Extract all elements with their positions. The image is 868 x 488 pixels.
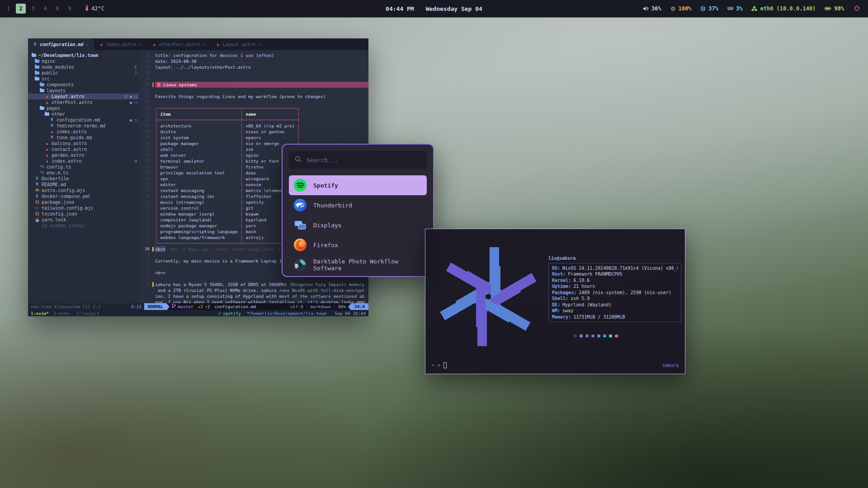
- status-module[interactable]: ⚙ 100%: [670, 5, 692, 12]
- module-value: eth0 (10.0.0.140): [760, 5, 816, 12]
- tree-item[interactable]: ▲ index.astro: [28, 129, 139, 135]
- status-module[interactable]: 98%: [825, 5, 844, 12]
- line-number: 11: [139, 182, 152, 188]
- tree-item-name: fediverse-terms.md: [57, 123, 105, 128]
- line-number: 4: [139, 223, 152, 229]
- workspace-button[interactable]: 3: [28, 4, 38, 14]
- tree-item[interactable]: M configuration.md ● □: [28, 117, 139, 123]
- cpu-icon: [700, 6, 706, 11]
- file-tree[interactable]: ~/Development/liv.town nginx node_module…: [28, 50, 139, 303]
- tree-item[interactable]: layouts: [28, 88, 139, 94]
- tree-item[interactable]: (6 hidden items): [28, 223, 139, 229]
- line-number: 28: [139, 82, 152, 88]
- launcher-item[interactable]: Firefox: [289, 235, 427, 255]
- tree-item[interactable]: TS env.d.ts: [28, 170, 139, 176]
- editor-tabbar: M configuration.md × ▲ index.astro × ▲ o…: [28, 38, 368, 50]
- clock[interactable]: 04:44 PM Wednesday Sep 04: [386, 5, 482, 12]
- tree-item[interactable]: other: [28, 111, 139, 117]
- tree-item[interactable]: ▲ garden.astro: [28, 152, 139, 158]
- astro-icon: ▲: [50, 130, 54, 134]
- editor-tab[interactable]: M configuration.md ×: [28, 38, 94, 50]
- status-module[interactable]: 36%: [643, 5, 661, 12]
- tree-root[interactable]: ~/Development/liv.town: [28, 52, 139, 58]
- launcher-item[interactable]: Thunderbird: [289, 195, 427, 215]
- tab-label: Layout.astro: [223, 42, 255, 47]
- editor-tab[interactable]: ▲ index.astro ×: [94, 38, 147, 50]
- tmux-status-item: /home/liv/Development/liv.town: [247, 311, 327, 316]
- tree-item[interactable]: ▲ contact.astro: [28, 146, 139, 152]
- tree-item[interactable]: nginx: [28, 58, 139, 64]
- temperature-module[interactable]: 42°C: [85, 5, 104, 12]
- fetch-field: Memory11731MiB / 31280MiB: [552, 314, 678, 320]
- tree-item[interactable]: node_modules E: [28, 64, 139, 70]
- network-icon: [751, 6, 757, 11]
- tmux-window[interactable]: 3:lazygit: [76, 311, 99, 316]
- launcher-item[interactable]: Displays: [289, 215, 427, 235]
- tree-item[interactable]: M README.md: [28, 182, 139, 188]
- status-module[interactable]: 37%: [700, 5, 718, 12]
- tree-item[interactable]: {} tsconfig.json: [28, 211, 139, 217]
- line-number: 6: [139, 282, 152, 287]
- tree-item[interactable]: yarn.lock: [28, 217, 139, 223]
- tab-close-icon[interactable]: ×: [258, 42, 261, 47]
- firefox-icon: [293, 238, 307, 252]
- search-input[interactable]: [306, 156, 421, 164]
- workspace-button[interactable]: 4: [40, 4, 50, 14]
- tree-item[interactable]: ▲ otherPost.astro ● □: [28, 99, 139, 105]
- line-number: 14: [139, 164, 152, 170]
- workspace-button[interactable]: 2: [16, 4, 26, 14]
- workspace-button[interactable]: 1: [4, 4, 14, 14]
- tree-item[interactable]: {} package.json: [28, 199, 139, 205]
- line-number: [139, 287, 152, 293]
- tmux-window[interactable]: 1:nvim*: [31, 311, 49, 316]
- tree-item[interactable]: TS config.ts: [28, 164, 139, 170]
- battery-icon: [825, 6, 831, 11]
- tree-item[interactable]: ≈ tailwind.config.mjs: [28, 205, 139, 211]
- editor-tab[interactable]: ▲ Layout.astro ×: [211, 38, 267, 50]
- workspace-button[interactable]: 8: [52, 4, 62, 14]
- tab-close-icon[interactable]: ×: [86, 42, 89, 47]
- tree-item[interactable]: D Dockerfile: [28, 176, 139, 182]
- tree-item[interactable]: ▲ balcony.astro: [28, 141, 139, 146]
- tree-item[interactable]: M tone-guide.md: [28, 135, 139, 141]
- launcher-item[interactable]: Spotify: [289, 175, 427, 195]
- tree-item[interactable]: src: [28, 76, 139, 82]
- line-number: 21: [139, 123, 152, 129]
- workspace-button[interactable]: 9: [65, 4, 75, 14]
- tree-item-name: docker-compose.yml: [42, 194, 90, 199]
- module-value: 3%: [736, 5, 742, 12]
- module-value: 98%: [834, 5, 844, 12]
- tree-item[interactable]: ▲ index.astro H: [28, 158, 139, 164]
- fetch-field: Shellzsh 5.9: [552, 296, 678, 302]
- neotree-status-right: 8:13: [131, 303, 142, 310]
- status-module[interactable]: 3%: [727, 5, 742, 12]
- tree-item[interactable]: ▲ Layout.astro H ● □: [28, 94, 139, 99]
- tree-item[interactable]: pages: [28, 105, 139, 111]
- fetch-terminal-window[interactable]: liv@sakura OSNixOS 24.11.20240828.71e91c…: [425, 229, 685, 374]
- line-number: [139, 299, 152, 303]
- status-module[interactable]: eth0 (10.0.0.140): [751, 5, 816, 12]
- editor-tab[interactable]: ▲ otherPost.astro ×: [147, 38, 211, 50]
- tab-close-icon[interactable]: ×: [139, 42, 142, 47]
- tree-item-name: configuration.md: [57, 117, 100, 122]
- tree-item-name: nginx: [42, 59, 55, 64]
- tree-item[interactable]: JS astro.config.mjs: [28, 188, 139, 193]
- json-icon: {}: [35, 200, 39, 204]
- tmux-window[interactable]: 2:node-: [53, 311, 71, 316]
- palette-dot: [615, 334, 618, 338]
- tree-item[interactable]: components: [28, 82, 139, 88]
- clock-time: 04:44 PM: [386, 5, 414, 12]
- launcher-item[interactable]: Darktable Photo Workflow Software: [289, 255, 427, 275]
- tab-label: index.astro: [106, 42, 136, 47]
- tree-item[interactable]: M fediverse-terms.md: [28, 123, 139, 129]
- tmux-status-right: ♪ spotify /home/liv/Development/liv.town…: [218, 311, 366, 316]
- tree-item[interactable]: D docker-compose.yml: [28, 193, 139, 199]
- tree-item-name: src: [42, 76, 50, 81]
- folder-icon: [35, 66, 39, 69]
- astro-icon: ▲: [45, 153, 49, 157]
- tab-close-icon[interactable]: ×: [203, 42, 206, 47]
- tree-item[interactable]: public ?: [28, 70, 139, 76]
- power-button[interactable]: [854, 5, 860, 12]
- tree-item-name: index.astro: [52, 159, 81, 164]
- launcher-search-box[interactable]: [289, 151, 427, 169]
